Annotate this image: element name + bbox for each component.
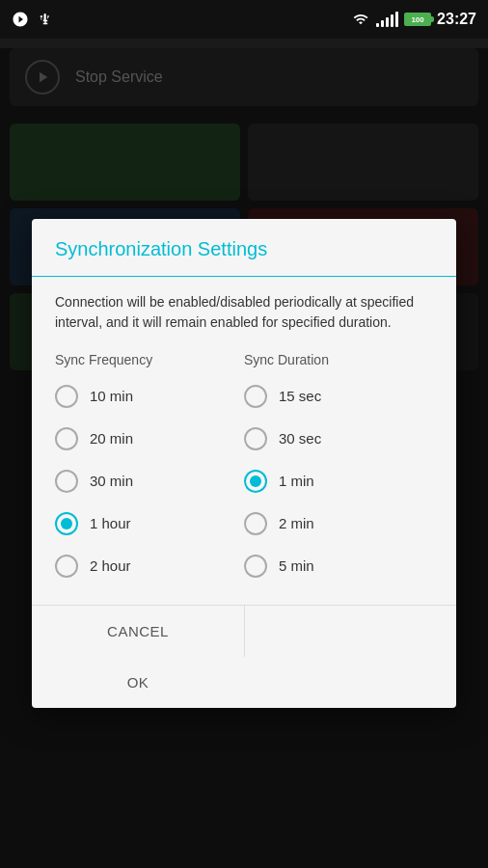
dur-option-1min[interactable]: 1 min xyxy=(244,462,433,501)
cancel-button[interactable]: CANCEL xyxy=(32,606,244,657)
dialog-actions: CANCEL OK xyxy=(32,606,456,708)
freq-option-20min[interactable]: 20 min xyxy=(55,420,244,458)
dur-option-5min[interactable]: 5 min xyxy=(244,547,433,585)
sync-frequency-col: Sync Frequency 10 min 20 min xyxy=(55,352,244,585)
status-time: 23:27 xyxy=(437,11,476,28)
dur-radio-15sec[interactable] xyxy=(244,385,267,408)
signal-bars xyxy=(376,12,398,27)
dur-radio-2min[interactable] xyxy=(244,512,267,535)
sync-frequency-header: Sync Frequency xyxy=(55,352,244,367)
freq-option-1hour[interactable]: 1 hour xyxy=(55,504,244,543)
dur-option-2min[interactable]: 2 min xyxy=(244,504,433,543)
freq-label-20min: 20 min xyxy=(90,430,133,447)
freq-option-10min[interactable]: 10 min xyxy=(55,377,244,416)
dur-radio-1min[interactable] xyxy=(244,470,267,493)
freq-label-2hour: 2 hour xyxy=(90,557,131,574)
dialog-overlay: Synchronization Settings Connection will… xyxy=(0,48,488,868)
sync-duration-col: Sync Duration 15 sec 30 sec xyxy=(244,352,433,585)
dur-label-1min: 1 min xyxy=(279,473,314,489)
dur-option-15sec[interactable]: 15 sec xyxy=(244,377,433,416)
wifi-icon xyxy=(351,12,370,27)
freq-option-30min[interactable]: 30 min xyxy=(55,462,244,501)
dur-label-15sec: 15 sec xyxy=(279,388,321,404)
freq-label-10min: 10 min xyxy=(90,388,133,404)
ok-button[interactable]: OK xyxy=(32,657,244,708)
sync-duration-group: 15 sec 30 sec 1 min xyxy=(244,377,433,585)
freq-label-30min: 30 min xyxy=(90,473,133,489)
freq-radio-20min[interactable] xyxy=(55,427,78,450)
dur-radio-30sec[interactable] xyxy=(244,427,267,450)
dur-label-5min: 5 min xyxy=(279,557,314,574)
dur-label-2min: 2 min xyxy=(279,515,314,531)
dialog-title: Synchronization Settings xyxy=(32,219,456,277)
dialog-content: Connection will be enabled/disabled peri… xyxy=(32,277,456,593)
freq-radio-1hour[interactable] xyxy=(55,512,78,535)
dur-radio-5min[interactable] xyxy=(244,555,267,578)
status-icons-right: 100 23:27 xyxy=(351,11,476,28)
action-divider xyxy=(244,606,245,657)
sync-settings-dialog: Synchronization Settings Connection will… xyxy=(32,219,456,708)
media-icon xyxy=(12,11,29,28)
status-bar: 100 23:27 xyxy=(0,0,488,39)
usb-icon xyxy=(37,11,54,28)
dialog-description: Connection will be enabled/disabled peri… xyxy=(55,292,433,333)
dur-option-30sec[interactable]: 30 sec xyxy=(244,420,433,458)
freq-radio-2hour[interactable] xyxy=(55,555,78,578)
status-icons-left xyxy=(12,11,54,28)
freq-option-2hour[interactable]: 2 hour xyxy=(55,547,244,585)
freq-radio-10min[interactable] xyxy=(55,385,78,408)
battery-icon: 100 xyxy=(404,13,431,26)
freq-label-1hour: 1 hour xyxy=(90,515,131,531)
freq-radio-30min[interactable] xyxy=(55,470,78,493)
app-background: Stop Service Synchronization Settings Co… xyxy=(0,48,488,868)
settings-grid: Sync Frequency 10 min 20 min xyxy=(55,352,433,585)
sync-duration-header: Sync Duration xyxy=(244,352,433,367)
sync-frequency-group: 10 min 20 min 30 min xyxy=(55,377,244,585)
dur-label-30sec: 30 sec xyxy=(279,430,321,447)
